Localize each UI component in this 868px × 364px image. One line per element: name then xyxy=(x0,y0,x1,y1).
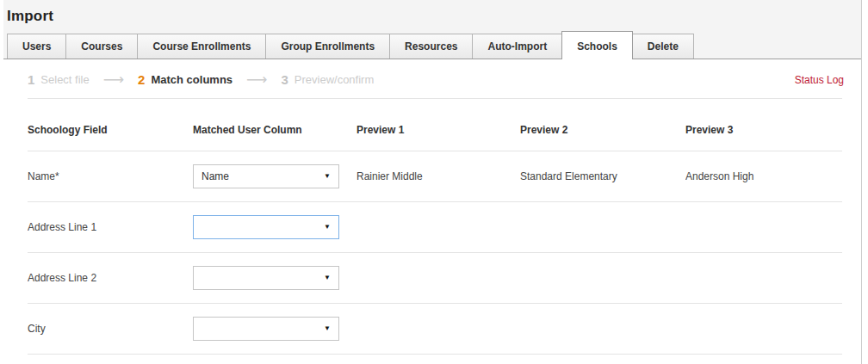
matched-column-select-city[interactable]: ▼ xyxy=(193,317,339,341)
preview-3-value: Anderson High xyxy=(685,170,842,182)
import-page: Import Users Courses Course Enrollments … xyxy=(3,0,862,364)
select-value: Name xyxy=(202,170,229,182)
tab-delete[interactable]: Delete xyxy=(632,34,694,59)
step-indicator: 1 Select file ⟶ 2 Match columns ⟶ 3 Prev… xyxy=(3,59,861,98)
step-number: 2 xyxy=(138,72,145,87)
table-row-address-line-1: Address Line 1 ▼ xyxy=(3,202,861,252)
tab-bar: Users Courses Course Enrollments Group E… xyxy=(3,30,861,59)
tab-auto-import[interactable]: Auto-Import xyxy=(472,34,562,59)
matched-column-select-address-line-1[interactable]: ▼ xyxy=(193,215,339,239)
column-header-matched-user-column: Matched User Column xyxy=(193,124,356,136)
table-row-city: City ▼ xyxy=(3,304,861,354)
step-preview-confirm: 3 Preview/confirm xyxy=(281,72,374,87)
column-header-preview-2: Preview 2 xyxy=(520,124,685,136)
divider xyxy=(28,354,842,355)
step-number: 1 xyxy=(28,72,34,87)
tab-courses[interactable]: Courses xyxy=(65,34,138,59)
tab-course-enrollments[interactable]: Course Enrollments xyxy=(137,34,266,59)
step-select-file: 1 Select file xyxy=(28,72,90,87)
table-row-address-line-2: Address Line 2 ▼ xyxy=(3,253,861,303)
field-label: Name* xyxy=(28,170,193,182)
matched-column-select-address-line-2[interactable]: ▼ xyxy=(193,266,339,290)
step-label: Preview/confirm xyxy=(294,73,374,86)
step-label: Match columns xyxy=(151,73,232,86)
caret-down-icon: ▼ xyxy=(324,173,331,180)
field-label: Address Line 2 xyxy=(28,272,193,284)
preview-1-value: Rainier Middle xyxy=(356,170,520,182)
column-header-preview-3: Preview 3 xyxy=(685,124,842,136)
arrow-right-icon: ⟶ xyxy=(103,72,124,87)
tab-resources[interactable]: Resources xyxy=(389,34,473,59)
column-header-schoology-field: Schoology Field xyxy=(28,124,193,136)
matched-column-select-name[interactable]: Name ▼ xyxy=(193,164,339,188)
field-label: City xyxy=(28,323,193,335)
table-header-row: Schoology Field Matched User Column Prev… xyxy=(3,99,861,151)
field-label: Address Line 1 xyxy=(28,221,193,233)
status-log-link[interactable]: Status Log xyxy=(795,74,844,86)
tab-group-enrollments[interactable]: Group Enrollments xyxy=(265,34,390,59)
step-label: Select file xyxy=(40,73,89,86)
column-header-preview-1: Preview 1 xyxy=(356,124,520,136)
tab-users[interactable]: Users xyxy=(7,34,66,59)
masthead: Import Users Courses Course Enrollments … xyxy=(3,0,861,59)
caret-down-icon: ▼ xyxy=(324,325,331,332)
step-match-columns: 2 Match columns xyxy=(138,72,232,87)
table-row-name: Name* Name ▼ Rainier Middle Standard Ele… xyxy=(3,151,861,201)
caret-down-icon: ▼ xyxy=(324,224,331,231)
preview-2-value: Standard Elementary xyxy=(520,170,685,182)
caret-down-icon: ▼ xyxy=(324,275,331,281)
step-number: 3 xyxy=(281,72,288,87)
page-title: Import xyxy=(3,0,861,30)
arrow-right-icon: ⟶ xyxy=(246,72,267,87)
tab-schools[interactable]: Schools xyxy=(561,31,633,59)
